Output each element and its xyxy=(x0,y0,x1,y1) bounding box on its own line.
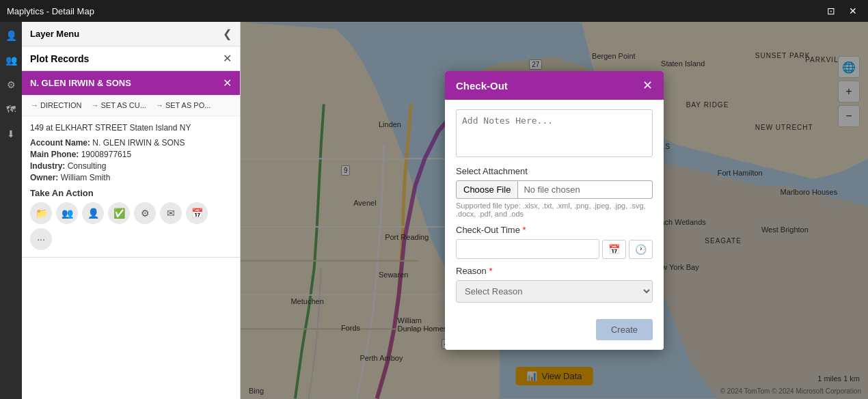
action-group-button[interactable]: 👥 xyxy=(56,202,78,224)
notes-textarea[interactable] xyxy=(456,109,653,157)
attachment-label: Select Attachment xyxy=(456,166,653,176)
arrow-icon-2: → xyxy=(92,101,99,109)
layer-menu-header: Layer Menu ❮ xyxy=(22,22,240,46)
file-input-row: Choose File No file chosen xyxy=(456,180,653,199)
modal-body: Select Attachment Choose File No file ch… xyxy=(445,100,664,312)
checkout-time-label: Check-Out Time xyxy=(456,225,653,235)
checkout-time-input[interactable] xyxy=(456,239,599,259)
sidebar-icon-user[interactable]: 👤 xyxy=(3,27,20,44)
modal-header: Check-Out ✕ xyxy=(445,71,664,100)
sidebar-icon-download[interactable]: ⬇ xyxy=(4,126,18,142)
action-folder-button[interactable]: 📁 xyxy=(30,202,52,224)
modal-overlay: Check-Out ✕ Select Attachment Choose Fil… xyxy=(241,22,868,399)
window-title: Maplytics - Detail Map xyxy=(7,6,94,16)
main-layout: 👤 👥 ⚙ 🗺 ⬇ Layer Menu ❮ Plot Records ✕ N.… xyxy=(0,22,868,399)
window-controls: ⊡ ✕ xyxy=(823,4,861,18)
info-row-account: Account Name: N. GLEN IRWIN & SONS xyxy=(30,138,232,148)
title-bar: Maplytics - Detail Map ⊡ ✕ xyxy=(0,0,868,22)
restore-button[interactable]: ⊡ xyxy=(823,4,839,18)
action-gear-button[interactable]: ⚙ xyxy=(134,202,156,224)
direction-button[interactable]: → DIRECTION xyxy=(27,99,85,111)
set-as-po-button[interactable]: → SET AS PO... xyxy=(152,99,214,111)
close-plot-records-button[interactable]: ✕ xyxy=(223,52,232,65)
map-area[interactable]: Bergen Point Staten Island SUNSET PARK P… xyxy=(241,22,868,399)
layer-menu-label: Layer Menu xyxy=(30,29,79,39)
action-calendar-button[interactable]: 📅 xyxy=(186,202,208,224)
calendar-picker-button[interactable]: 📅 xyxy=(602,240,626,259)
sidebar-strip: 👤 👥 ⚙ 🗺 ⬇ xyxy=(0,22,22,399)
action-user-button[interactable]: 👤 xyxy=(82,202,104,224)
clock-picker-button[interactable]: 🕐 xyxy=(629,240,653,259)
take-action-label: Take An Action xyxy=(30,188,232,198)
close-window-button[interactable]: ✕ xyxy=(845,4,861,18)
arrow-icon: → xyxy=(31,101,38,109)
layer-panel: Layer Menu ❮ Plot Records ✕ N. GLEN IRWI… xyxy=(22,22,241,399)
info-row-phone: Main Phone: 19008977615 xyxy=(30,150,232,159)
set-as-cu-button[interactable]: → SET AS CU... xyxy=(88,99,150,111)
modal-close-button[interactable]: ✕ xyxy=(642,78,653,93)
file-name-display: No file chosen xyxy=(518,180,653,199)
account-actions: → DIRECTION → SET AS CU... → SET AS PO..… xyxy=(22,95,240,116)
modal-title: Check-Out xyxy=(456,80,508,92)
account-header: N. GLEN IRWIN & SONS ✕ xyxy=(22,71,240,95)
file-hint: Supported file type: .xlsx, .txt, .xml, … xyxy=(456,202,653,218)
reason-select[interactable]: Select Reason Completed Rescheduled Canc… xyxy=(456,280,653,303)
datetime-input-row: 📅 🕐 xyxy=(456,239,653,259)
close-account-button[interactable]: ✕ xyxy=(223,77,232,90)
reason-label: Reason xyxy=(456,266,653,276)
sidebar-icon-settings[interactable]: ⚙ xyxy=(4,77,18,93)
account-card: N. GLEN IRWIN & SONS ✕ → DIRECTION → SET… xyxy=(22,71,240,258)
action-icons-row: 📁 👥 👤 ✅ ⚙ ✉ 📅 ··· xyxy=(30,202,232,250)
plot-records-header: Plot Records ✕ xyxy=(22,46,240,71)
modal-footer: Create xyxy=(445,312,664,350)
action-check-button[interactable]: ✅ xyxy=(108,202,130,224)
checkout-modal: Check-Out ✕ Select Attachment Choose Fil… xyxy=(445,71,664,350)
account-address: 149 at ELKHART STREET Staten Island NY xyxy=(30,123,232,133)
info-row-industry: Industry: Consulting xyxy=(30,161,232,171)
plot-records-label: Plot Records xyxy=(30,53,89,64)
action-mail-button[interactable]: ✉ xyxy=(160,202,182,224)
choose-file-button[interactable]: Choose File xyxy=(456,180,518,199)
sidebar-icon-group[interactable]: 👥 xyxy=(3,52,20,68)
create-button[interactable]: Create xyxy=(596,319,653,340)
info-row-owner: Owner: William Smith xyxy=(30,173,232,182)
arrow-icon-3: → xyxy=(156,101,163,109)
action-more-button[interactable]: ··· xyxy=(30,228,52,250)
sidebar-icon-map[interactable]: 🗺 xyxy=(3,101,18,118)
account-info: 149 at ELKHART STREET Staten Island NY A… xyxy=(22,116,240,257)
collapse-panel-button[interactable]: ❮ xyxy=(223,27,232,40)
account-name: N. GLEN IRWIN & SONS xyxy=(30,78,131,88)
